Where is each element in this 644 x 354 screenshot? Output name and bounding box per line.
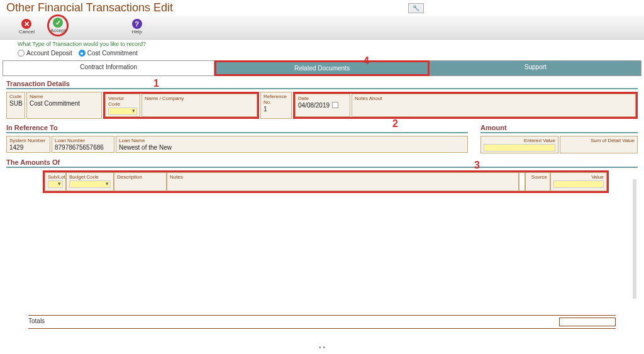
sublot-input[interactable]: [48, 180, 63, 188]
tab-related-documents[interactable]: Related Documents: [214, 60, 429, 76]
entered-value-field[interactable]: Entered Value: [480, 136, 558, 153]
value-input[interactable]: [553, 180, 604, 188]
notes-about-field[interactable]: Notes About: [352, 94, 636, 117]
name-company-field[interactable]: Name / Company: [142, 94, 257, 117]
radio-account-deposit-label: Account Deposit: [26, 50, 72, 57]
budget-code-field[interactable]: Budget Code: [66, 172, 114, 191]
loan-number-field: Loan Number 87978675657686: [52, 136, 114, 153]
sublot-field[interactable]: Sub/Lot: [45, 172, 66, 191]
totals-row: Totals: [28, 315, 616, 329]
radio-account-deposit[interactable]: Account Deposit: [18, 50, 72, 57]
scrollbar[interactable]: [633, 179, 636, 299]
help-icon: ?: [132, 19, 142, 29]
totals-label: Totals: [28, 318, 559, 326]
calendar-icon[interactable]: [332, 102, 338, 108]
description-field: Description: [114, 172, 167, 191]
tab-support[interactable]: Support: [430, 60, 641, 76]
help-label: Help: [131, 29, 142, 35]
date-field[interactable]: Date 04/08/2019: [295, 94, 350, 117]
transaction-type-radios: Account Deposit Cost Commitment: [0, 48, 644, 60]
settings-wrench-button[interactable]: 🔧: [408, 3, 424, 13]
sum-of-detail-field: Sum of Detail Value: [560, 136, 638, 153]
vendor-code-input[interactable]: [108, 108, 137, 115]
section-transaction-details: Transaction Details: [6, 80, 638, 89]
page-title: Other Financial Transactions Edit: [6, 1, 408, 14]
annotation-1: 1: [153, 78, 159, 89]
annotation-4: 4: [364, 55, 369, 67]
accept-label: Accept: [50, 28, 65, 33]
notes-field[interactable]: Notes: [167, 172, 519, 191]
annotation-2: 2: [392, 118, 398, 130]
entered-value-input[interactable]: [484, 144, 555, 152]
tab-bar: Contract Information Related Documents S…: [3, 60, 641, 76]
section-in-reference-to: In Reference To: [6, 124, 468, 133]
help-button[interactable]: ? Help: [131, 19, 142, 35]
cancel-label: Cancel: [19, 29, 35, 35]
cancel-button[interactable]: ✕ Cancel: [19, 19, 35, 35]
pagination-dots: • •: [319, 344, 325, 351]
toolbar: ✕ Cancel ✓ Accept ? Help: [0, 16, 644, 40]
totals-value-box: [559, 318, 616, 326]
budget-code-input[interactable]: [69, 180, 111, 188]
code-field: Code SUB: [6, 92, 25, 119]
loan-name-field: Loan Name Newest of the New: [116, 136, 468, 153]
radio-unchecked-icon: [18, 50, 25, 57]
section-amount: Amount: [480, 124, 638, 133]
tab-contract-information[interactable]: Contract Information: [3, 60, 214, 76]
amounts-row-highlight: Sub/Lot Budget Code Description Notes So…: [43, 170, 609, 193]
radio-checked-icon: [79, 50, 86, 57]
reference-no-field: Reference No. 1: [260, 92, 292, 119]
vendor-code-field[interactable]: Vendor Code: [105, 94, 140, 117]
name-field: Name Cost Commitment: [26, 92, 102, 119]
system-number-field: System Number 1429: [6, 136, 50, 153]
accept-button[interactable]: ✓ Accept: [50, 18, 65, 33]
date-notes-highlight: Date 04/08/2019 Notes About: [293, 92, 638, 119]
wrench-icon: 🔧: [413, 5, 419, 11]
radio-cost-commitment[interactable]: Cost Commitment: [79, 50, 138, 57]
source-field: Source: [525, 172, 550, 191]
radio-cost-commitment-label: Cost Commitment: [87, 50, 138, 57]
cancel-icon: ✕: [21, 19, 31, 29]
value-field[interactable]: Value: [550, 172, 607, 191]
section-the-amounts-of: The Amounts Of: [6, 158, 638, 168]
annotation-3: 3: [474, 160, 480, 171]
vendor-block-highlight: Vendor Code Name / Company: [103, 92, 259, 119]
accept-icon: ✓: [53, 18, 63, 28]
transaction-type-prompt: What Type of Transaction would you like …: [0, 40, 644, 48]
